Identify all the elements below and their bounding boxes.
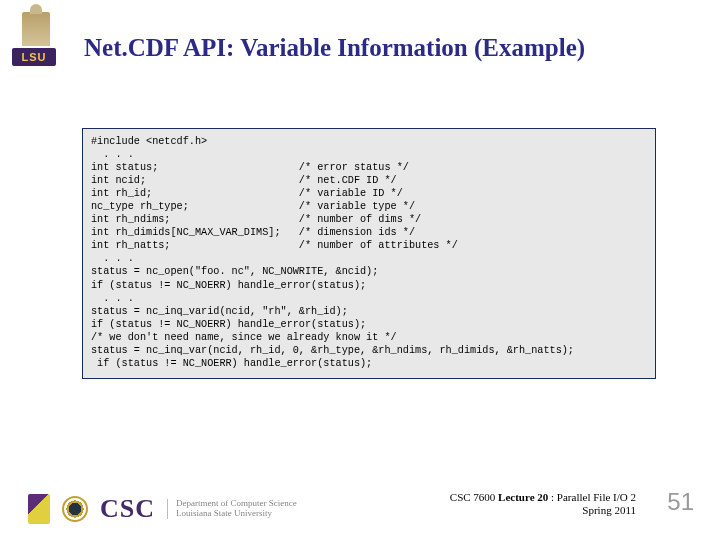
footer-logos: CSC Department of Computer Science Louis… xyxy=(28,494,297,524)
page-number: 51 xyxy=(667,488,694,516)
lsu-label: LSU xyxy=(12,48,56,66)
lecture-tail: : Parallel File I/O 2 xyxy=(548,491,636,503)
nsf-logo-icon xyxy=(62,496,88,522)
csc-logo: CSC xyxy=(100,494,155,524)
course-code: CSC 7600 xyxy=(450,491,498,503)
cct-logo-icon xyxy=(28,494,50,524)
lecture-label: Lecture 20 xyxy=(498,491,548,503)
lsu-badge: LSU xyxy=(12,12,60,68)
slide-title: Net.CDF API: Variable Information (Examp… xyxy=(84,34,696,62)
term-label: Spring 2011 xyxy=(450,504,636,518)
dept-line2: Louisiana State University xyxy=(176,509,297,519)
footer-course-text: CSC 7600 Lecture 20 : Parallel File I/O … xyxy=(450,491,636,519)
footer: CSC Department of Computer Science Louis… xyxy=(0,482,720,530)
lsu-tower-icon xyxy=(22,12,50,46)
code-block: #include <netcdf.h> . . . int status; /*… xyxy=(82,128,656,379)
dept-label: Department of Computer Science Louisiana… xyxy=(167,499,297,519)
